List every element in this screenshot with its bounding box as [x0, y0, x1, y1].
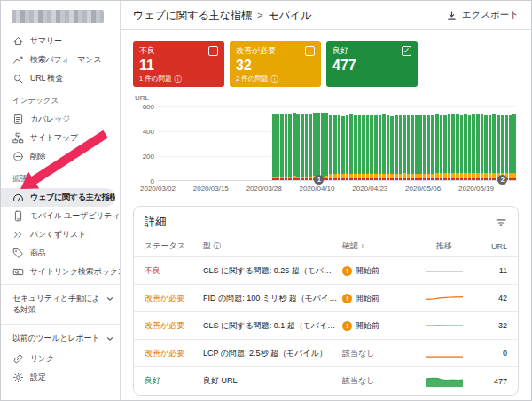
stacked-bar[interactable] — [395, 115, 398, 180]
stacked-bar[interactable] — [472, 114, 475, 180]
stacked-bar[interactable] — [362, 115, 365, 180]
stacked-bar[interactable] — [509, 115, 512, 180]
stacked-bar[interactable] — [301, 114, 304, 180]
stacked-bar[interactable] — [501, 115, 505, 180]
stacked-bar[interactable] — [505, 115, 508, 180]
stacked-bar[interactable] — [443, 115, 447, 180]
status-card-good[interactable]: 良好✓477 — [326, 41, 418, 87]
stacked-bar[interactable] — [325, 113, 329, 180]
stacked-bar[interactable] — [374, 115, 378, 180]
stacked-bar[interactable] — [403, 115, 406, 180]
card-checkbox[interactable]: ✓ — [402, 46, 411, 56]
sidebar-item-breadcrumbs[interactable]: パンくずリスト — [1, 225, 120, 244]
table-row[interactable]: 改善が必要FID の問題: 100 ミリ秒 超（モバイル）!開始前42 — [134, 285, 518, 312]
status-card-poor[interactable]: 不良111 件の問題 ⓘ — [133, 41, 224, 87]
sidebar-item-removals[interactable]: 削除 — [1, 147, 120, 166]
stacked-bar[interactable] — [333, 115, 337, 180]
table-row[interactable]: 不良CLS に関する問題: 0.25 超（モバイル）!開始前11 — [134, 257, 518, 285]
stacked-bar[interactable] — [358, 115, 362, 180]
stacked-bar[interactable] — [435, 114, 439, 180]
stacked-bar[interactable] — [329, 115, 332, 180]
table-row[interactable]: 改善が必要CLS に関する問題: 0.1 超（モバイル）!開始前32 — [134, 312, 518, 340]
stacked-bar[interactable] — [354, 115, 357, 180]
stacked-bar[interactable] — [464, 114, 467, 180]
property-selector-redacted[interactable] — [12, 10, 104, 23]
table-row[interactable]: 良好良好 URL該当なし477 — [134, 367, 518, 395]
sidebar-item-links[interactable]: リンク — [1, 350, 120, 368]
stacked-bar[interactable] — [460, 115, 464, 180]
stacked-bar[interactable] — [512, 114, 516, 180]
stacked-bar[interactable] — [390, 116, 394, 180]
stacked-bar[interactable] — [341, 116, 345, 180]
stacked-bar[interactable] — [497, 115, 500, 180]
stacked-bar[interactable] — [427, 115, 431, 180]
row-status: 改善が必要 — [145, 320, 200, 332]
stacked-bar[interactable] — [492, 114, 496, 180]
card-checkbox[interactable] — [208, 46, 218, 56]
stacked-bar[interactable] — [411, 115, 414, 180]
stacked-bar[interactable] — [285, 114, 288, 180]
filter-icon[interactable] — [495, 216, 507, 229]
export-button[interactable]: エクスポート — [446, 9, 519, 21]
sidebar-item-products[interactable]: 商品 — [1, 244, 120, 263]
sidebar-item-sitemaps[interactable]: サイトマップ — [1, 129, 120, 147]
sidebar-item-summary[interactable]: サマリー — [1, 32, 120, 51]
table-row[interactable]: 改善が必要LCP の問題: 2.5秒 超（モバイル）該当なし0 — [134, 340, 518, 367]
stacked-bar[interactable] — [280, 114, 284, 180]
sidebar-item-coverage[interactable]: カバレッジ — [1, 110, 120, 129]
stacked-bar[interactable] — [370, 115, 373, 180]
mobile-icon — [12, 210, 24, 222]
timeline-marker-2[interactable]: 2 — [497, 175, 507, 185]
stacked-bar[interactable] — [451, 114, 455, 180]
stacked-bar[interactable] — [338, 115, 341, 180]
sidebar-item-search-performance[interactable]: 検索パフォーマンス — [1, 51, 120, 69]
stacked-bar[interactable] — [456, 114, 459, 180]
sidebar-item-sitelinks-searchbox[interactable]: サイトリンク検索ボックス — [1, 263, 120, 281]
stacked-bar[interactable] — [387, 115, 390, 180]
stacked-bar[interactable] — [489, 115, 492, 180]
stacked-bar[interactable] — [481, 114, 484, 180]
col-type[interactable]: 型 ⓘ — [203, 240, 339, 252]
status-card-needs-improvement[interactable]: 改善が必要322 件の問題 ⓘ — [230, 41, 321, 87]
export-label: エクスポート — [462, 9, 519, 21]
stacked-bar[interactable] — [419, 115, 423, 180]
stacked-bar[interactable] — [382, 114, 386, 180]
stacked-bar[interactable] — [293, 113, 296, 180]
stacked-bar[interactable] — [313, 113, 317, 180]
sidebar-section-security-manual-actions[interactable]: セキュリティと手動による対策 — [1, 287, 120, 321]
stacked-bar[interactable] — [415, 115, 419, 180]
stacked-bar[interactable] — [484, 115, 488, 180]
stacked-bar[interactable] — [321, 113, 325, 180]
sidebar-item-core-web-vitals[interactable]: ウェブに関する主な指標 — [1, 188, 115, 207]
timeline-marker-1[interactable]: 1 — [314, 175, 324, 185]
stacked-bar[interactable] — [288, 114, 292, 180]
stacked-bar[interactable] — [296, 114, 300, 180]
stacked-bar[interactable] — [346, 115, 349, 180]
sidebar-item-settings[interactable]: 設定 — [1, 368, 120, 387]
sitemap-icon — [12, 132, 24, 144]
sidebar-section-legacy-tools[interactable]: 以前のツールとレポート — [1, 327, 120, 350]
breadcrumb-parent[interactable]: ウェブに関する主な指標 — [133, 8, 252, 23]
stacked-bar[interactable] — [431, 115, 434, 180]
stacked-bar[interactable] — [379, 115, 382, 180]
stacked-bar[interactable] — [468, 115, 472, 180]
stacked-bar[interactable] — [476, 114, 480, 180]
col-status[interactable]: ステータス — [145, 240, 200, 252]
stacked-bar[interactable] — [317, 113, 320, 180]
stacked-bar[interactable] — [440, 115, 443, 180]
sitelinks-icon — [12, 266, 24, 278]
stacked-bar[interactable] — [305, 114, 309, 180]
stacked-bar[interactable] — [366, 115, 370, 180]
stacked-bar[interactable] — [407, 115, 411, 180]
stacked-bar[interactable] — [272, 114, 276, 180]
stacked-bar[interactable] — [349, 114, 353, 180]
stacked-bar[interactable] — [423, 115, 426, 180]
card-checkbox[interactable] — [305, 46, 315, 56]
sidebar-item-url-inspection[interactable]: URL 検査 — [1, 69, 120, 88]
sidebar-item-mobile-usability[interactable]: モバイル ユーザビリティ — [1, 207, 120, 225]
col-validation[interactable]: 確認 ↓ — [342, 240, 413, 252]
stacked-bar[interactable] — [399, 115, 403, 180]
stacked-bar[interactable] — [276, 114, 279, 180]
stacked-bar[interactable] — [309, 114, 312, 180]
stacked-bar[interactable] — [448, 114, 451, 180]
